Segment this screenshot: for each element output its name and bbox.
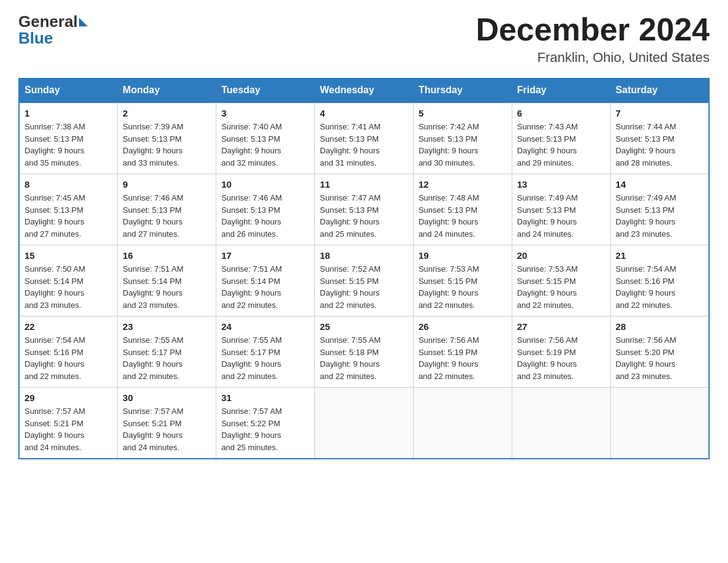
- day-number: 18: [320, 250, 408, 261]
- day-info: Sunrise: 7:43 AM Sunset: 5:13 PM Dayligh…: [517, 121, 605, 169]
- day-number: 31: [221, 393, 309, 403]
- day-number: 2: [123, 108, 211, 118]
- day-info: Sunrise: 7:54 AM Sunset: 5:16 PM Dayligh…: [25, 334, 112, 382]
- day-number: 29: [25, 393, 112, 403]
- day-number: 24: [221, 321, 309, 332]
- day-info: Sunrise: 7:56 AM Sunset: 5:19 PM Dayligh…: [419, 334, 507, 382]
- calendar-cell: 20 Sunrise: 7:53 AM Sunset: 5:15 PM Dayl…: [512, 245, 610, 316]
- calendar-cell: 30 Sunrise: 7:57 AM Sunset: 5:21 PM Dayl…: [118, 388, 216, 459]
- day-number: 25: [320, 321, 408, 332]
- day-info: Sunrise: 7:44 AM Sunset: 5:13 PM Dayligh…: [616, 121, 703, 169]
- day-info: Sunrise: 7:48 AM Sunset: 5:13 PM Dayligh…: [419, 192, 507, 240]
- day-info: Sunrise: 7:49 AM Sunset: 5:13 PM Dayligh…: [517, 192, 605, 240]
- calendar-cell: 1 Sunrise: 7:38 AM Sunset: 5:13 PM Dayli…: [19, 102, 118, 174]
- header-saturday: Saturday: [610, 79, 709, 103]
- calendar-title: December 2024: [476, 12, 710, 47]
- calendar-cell: 2 Sunrise: 7:39 AM Sunset: 5:13 PM Dayli…: [118, 102, 216, 174]
- day-info: Sunrise: 7:42 AM Sunset: 5:13 PM Dayligh…: [419, 121, 507, 169]
- day-info: Sunrise: 7:50 AM Sunset: 5:14 PM Dayligh…: [25, 263, 112, 311]
- day-info: Sunrise: 7:56 AM Sunset: 5:19 PM Dayligh…: [517, 334, 605, 382]
- day-info: Sunrise: 7:46 AM Sunset: 5:13 PM Dayligh…: [123, 192, 211, 240]
- header-row: Sunday Monday Tuesday Wednesday Thursday…: [19, 79, 709, 103]
- header-wednesday: Wednesday: [315, 79, 414, 103]
- title-section: December 2024 Franklin, Ohio, United Sta…: [476, 12, 710, 66]
- calendar-cell: 25 Sunrise: 7:55 AM Sunset: 5:18 PM Dayl…: [315, 316, 414, 388]
- calendar-week-5: 29 Sunrise: 7:57 AM Sunset: 5:21 PM Dayl…: [19, 388, 709, 459]
- calendar-cell: 3 Sunrise: 7:40 AM Sunset: 5:13 PM Dayli…: [216, 102, 315, 174]
- logo-blue-text: Blue: [18, 29, 53, 48]
- calendar-cell: 21 Sunrise: 7:54 AM Sunset: 5:16 PM Dayl…: [610, 245, 709, 316]
- calendar-cell: 29 Sunrise: 7:57 AM Sunset: 5:21 PM Dayl…: [19, 388, 118, 459]
- calendar-cell: [610, 388, 709, 459]
- calendar-week-3: 15 Sunrise: 7:50 AM Sunset: 5:14 PM Dayl…: [19, 245, 709, 316]
- calendar-subtitle: Franklin, Ohio, United States: [476, 50, 710, 66]
- calendar-cell: 18 Sunrise: 7:52 AM Sunset: 5:15 PM Dayl…: [315, 245, 414, 316]
- day-number: 20: [517, 250, 605, 261]
- logo: General Blue: [18, 12, 89, 48]
- day-number: 17: [221, 250, 309, 261]
- day-number: 7: [616, 108, 703, 118]
- calendar-table: Sunday Monday Tuesday Wednesday Thursday…: [18, 78, 710, 459]
- calendar-cell: 22 Sunrise: 7:54 AM Sunset: 5:16 PM Dayl…: [19, 316, 118, 388]
- header-monday: Monday: [118, 79, 216, 103]
- day-info: Sunrise: 7:54 AM Sunset: 5:16 PM Dayligh…: [616, 263, 703, 311]
- day-number: 15: [25, 250, 112, 261]
- calendar-cell: 4 Sunrise: 7:41 AM Sunset: 5:13 PM Dayli…: [315, 102, 414, 174]
- day-info: Sunrise: 7:47 AM Sunset: 5:13 PM Dayligh…: [320, 192, 408, 240]
- calendar-cell: 16 Sunrise: 7:51 AM Sunset: 5:14 PM Dayl…: [118, 245, 216, 316]
- day-number: 6: [517, 108, 605, 118]
- day-info: Sunrise: 7:55 AM Sunset: 5:18 PM Dayligh…: [320, 334, 408, 382]
- day-number: 13: [517, 179, 605, 190]
- day-info: Sunrise: 7:51 AM Sunset: 5:14 PM Dayligh…: [221, 263, 309, 311]
- calendar-cell: 13 Sunrise: 7:49 AM Sunset: 5:13 PM Dayl…: [512, 174, 610, 245]
- day-number: 23: [123, 321, 211, 332]
- day-info: Sunrise: 7:39 AM Sunset: 5:13 PM Dayligh…: [123, 121, 211, 169]
- calendar-cell: 11 Sunrise: 7:47 AM Sunset: 5:13 PM Dayl…: [315, 174, 414, 245]
- day-info: Sunrise: 7:56 AM Sunset: 5:20 PM Dayligh…: [616, 334, 703, 382]
- day-number: 21: [616, 250, 703, 261]
- calendar-cell: [315, 388, 414, 459]
- calendar-cell: 31 Sunrise: 7:57 AM Sunset: 5:22 PM Dayl…: [216, 388, 315, 459]
- day-info: Sunrise: 7:40 AM Sunset: 5:13 PM Dayligh…: [221, 121, 309, 169]
- calendar-cell: 28 Sunrise: 7:56 AM Sunset: 5:20 PM Dayl…: [610, 316, 709, 388]
- day-number: 26: [419, 321, 507, 332]
- day-info: Sunrise: 7:49 AM Sunset: 5:13 PM Dayligh…: [616, 192, 703, 240]
- header-thursday: Thursday: [413, 79, 512, 103]
- day-info: Sunrise: 7:55 AM Sunset: 5:17 PM Dayligh…: [123, 334, 211, 382]
- day-number: 22: [25, 321, 112, 332]
- calendar-cell: 27 Sunrise: 7:56 AM Sunset: 5:19 PM Dayl…: [512, 316, 610, 388]
- day-number: 11: [320, 179, 408, 190]
- calendar-week-4: 22 Sunrise: 7:54 AM Sunset: 5:16 PM Dayl…: [19, 316, 709, 388]
- day-number: 19: [419, 250, 507, 261]
- calendar-cell: 23 Sunrise: 7:55 AM Sunset: 5:17 PM Dayl…: [118, 316, 216, 388]
- day-info: Sunrise: 7:57 AM Sunset: 5:22 PM Dayligh…: [221, 405, 309, 453]
- day-info: Sunrise: 7:38 AM Sunset: 5:13 PM Dayligh…: [25, 121, 112, 169]
- calendar-cell: 14 Sunrise: 7:49 AM Sunset: 5:13 PM Dayl…: [610, 174, 709, 245]
- day-info: Sunrise: 7:45 AM Sunset: 5:13 PM Dayligh…: [25, 192, 112, 240]
- day-info: Sunrise: 7:55 AM Sunset: 5:17 PM Dayligh…: [221, 334, 309, 382]
- day-info: Sunrise: 7:53 AM Sunset: 5:15 PM Dayligh…: [419, 263, 507, 311]
- calendar-cell: 26 Sunrise: 7:56 AM Sunset: 5:19 PM Dayl…: [413, 316, 512, 388]
- day-info: Sunrise: 7:52 AM Sunset: 5:15 PM Dayligh…: [320, 263, 408, 311]
- day-number: 5: [419, 108, 507, 118]
- page-header: General Blue December 2024 Franklin, Ohi…: [18, 12, 710, 66]
- calendar-week-2: 8 Sunrise: 7:45 AM Sunset: 5:13 PM Dayli…: [19, 174, 709, 245]
- calendar-cell: 17 Sunrise: 7:51 AM Sunset: 5:14 PM Dayl…: [216, 245, 315, 316]
- calendar-cell: [413, 388, 512, 459]
- day-number: 3: [221, 108, 309, 118]
- calendar-cell: 9 Sunrise: 7:46 AM Sunset: 5:13 PM Dayli…: [118, 174, 216, 245]
- calendar-cell: 24 Sunrise: 7:55 AM Sunset: 5:17 PM Dayl…: [216, 316, 315, 388]
- day-number: 30: [123, 393, 211, 403]
- header-friday: Friday: [512, 79, 610, 103]
- day-number: 12: [419, 179, 507, 190]
- calendar-week-1: 1 Sunrise: 7:38 AM Sunset: 5:13 PM Dayli…: [19, 102, 709, 174]
- calendar-cell: 5 Sunrise: 7:42 AM Sunset: 5:13 PM Dayli…: [413, 102, 512, 174]
- calendar-cell: 6 Sunrise: 7:43 AM Sunset: 5:13 PM Dayli…: [512, 102, 610, 174]
- calendar-cell: 15 Sunrise: 7:50 AM Sunset: 5:14 PM Dayl…: [19, 245, 118, 316]
- header-tuesday: Tuesday: [216, 79, 315, 103]
- calendar-cell: 12 Sunrise: 7:48 AM Sunset: 5:13 PM Dayl…: [413, 174, 512, 245]
- calendar-cell: 19 Sunrise: 7:53 AM Sunset: 5:15 PM Dayl…: [413, 245, 512, 316]
- day-number: 4: [320, 108, 408, 118]
- logo-arrow-icon: [79, 18, 88, 26]
- day-info: Sunrise: 7:51 AM Sunset: 5:14 PM Dayligh…: [123, 263, 211, 311]
